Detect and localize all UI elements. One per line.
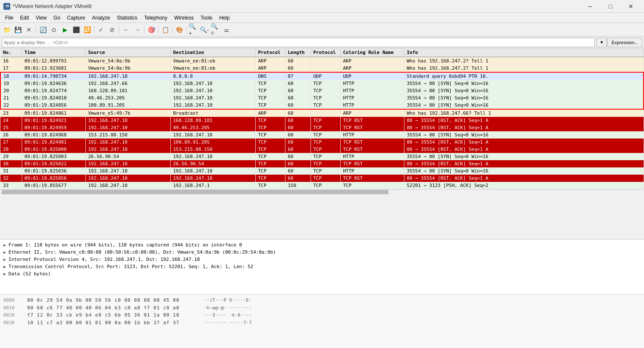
expand-arrow: ▶ xyxy=(3,264,6,269)
save-button[interactable]: 💾 xyxy=(13,25,23,35)
cell-time: 09:01:19.825036 xyxy=(22,167,85,175)
forward-button[interactable]: → xyxy=(132,25,142,35)
menu-item-analyze[interactable]: Analyze xyxy=(89,13,114,23)
cell-protocol: TCP xyxy=(255,117,285,124)
table-row[interactable]: 2309:01:19.824861Vmware_e5:49:7bBroadcas… xyxy=(0,109,644,117)
maximize-button[interactable]: □ xyxy=(601,0,620,13)
cell-source: 153.215.88.150 xyxy=(85,131,170,139)
filter-input[interactable] xyxy=(2,38,595,47)
detail-item[interactable]: ▶Transmission Control Protocol, Src Port… xyxy=(0,263,644,270)
cell-dest: Vmware_ee:81:eb xyxy=(170,65,255,72)
table-row[interactable]: 2409:01:19.824921192.168.247.10160.128.8… xyxy=(0,117,644,124)
cell-coloring-rule: TCP RST xyxy=(340,160,404,167)
reload-button[interactable]: 🔄 xyxy=(38,25,48,35)
cell-dest: 192.168.247.10 xyxy=(170,80,255,87)
menu-item-tools[interactable]: Tools xyxy=(197,13,216,23)
table-row[interactable]: 2209:01:19.824856100.89.91.205192.168.24… xyxy=(0,102,644,109)
table-row[interactable]: 2909:01:19.82500326.56.90.54192.168.247.… xyxy=(0,153,644,160)
detail-text: Data (52 bytes) xyxy=(8,271,51,277)
cell-info: 80 → 35554 [RST, ACK] Seq=1 A xyxy=(404,124,644,131)
start-capture-button[interactable]: ▶ xyxy=(60,25,70,35)
cell-protocol: TCP xyxy=(255,182,285,189)
header-info[interactable]: Info xyxy=(404,48,644,57)
cell-info: Who has 192.168.247.2? Tell 1 xyxy=(404,57,644,65)
menu-item-edit[interactable]: Edit xyxy=(17,13,32,23)
table-row[interactable]: 3109:01:19.825036192.168.247.18192.168.2… xyxy=(0,167,644,175)
table-row[interactable]: 3009:01:19.825022192.168.247.1026.56.90.… xyxy=(0,160,644,167)
table-row[interactable]: 2709:01:19.824981192.168.247.10100.89.91… xyxy=(0,139,644,146)
table-row[interactable]: 2609:01:19.824968153.215.88.150192.168.2… xyxy=(0,131,644,139)
table-row[interactable]: 3209:01:19.825056192.168.247.10192.168.2… xyxy=(0,175,644,182)
table-row[interactable]: 2509:01:19.824959192.168.247.1049.46.253… xyxy=(0,124,644,131)
menu-bar: FileEditViewGoCaptureAnalyzeStatisticsTe… xyxy=(0,13,644,23)
menu-item-telephony[interactable]: Telephony xyxy=(141,13,171,23)
table-row[interactable]: 2109:01:19.82481049.46.253.205192.168.24… xyxy=(0,94,644,102)
cell-protocol: TCP xyxy=(255,87,285,94)
cell-dest: 192.168.247.10 xyxy=(170,102,255,109)
cell-no: 23 xyxy=(0,109,22,117)
capture-options-button[interactable]: ⊙ xyxy=(49,25,59,35)
separator-5 xyxy=(158,25,158,34)
resize-columns-button[interactable]: ⚌ xyxy=(221,25,232,35)
menu-item-statistics[interactable]: Statistics xyxy=(113,13,141,23)
header-source[interactable]: Source xyxy=(85,48,170,57)
header-coloring-rule[interactable]: Coloring Rule Name xyxy=(340,48,404,57)
cell-info: 80 → 35554 [RST, ACK] Seq=1 A xyxy=(404,146,644,153)
expression-button[interactable]: Expression... xyxy=(607,38,642,47)
restart-capture-button[interactable]: 🔁 xyxy=(82,25,92,35)
separator-4 xyxy=(144,25,144,34)
back-button[interactable]: ← xyxy=(121,25,131,35)
close-button[interactable]: ✕ xyxy=(621,0,641,13)
menu-item-go[interactable]: Go xyxy=(50,13,64,23)
menu-item-wireless[interactable]: Wireless xyxy=(171,13,197,23)
ignore-packet-button[interactable]: ⊘ xyxy=(107,25,117,35)
table-row[interactable]: 1709:01:13.923681Vmware_54:0a:9bVmware_e… xyxy=(0,65,644,72)
header-time[interactable]: Time xyxy=(22,48,85,57)
header-protocol2[interactable]: Protocol xyxy=(311,48,340,57)
cell-source: 192.168.247.10 xyxy=(85,146,170,153)
detail-item[interactable]: ▶Frame 1: 118 bytes on wire (944 bits), … xyxy=(0,241,644,249)
minimize-button[interactable]: ─ xyxy=(580,0,600,13)
stop-capture-button[interactable]: ⬛ xyxy=(71,25,81,35)
open-button[interactable]: 📁 xyxy=(2,25,12,35)
filter-dropdown[interactable]: ▼ xyxy=(596,38,607,47)
cell-length: 60 xyxy=(285,65,311,72)
menu-item-help[interactable]: Help xyxy=(216,13,233,23)
hex-ascii: ········ ·····7·7 xyxy=(204,319,252,327)
zoom-out-button[interactable]: 🔍- xyxy=(199,25,209,35)
color-conversation-button[interactable]: 🎨 xyxy=(174,25,184,35)
table-row[interactable]: 2009:01:19.824774160.128.89.181192.168.2… xyxy=(0,87,644,94)
header-no[interactable]: No. xyxy=(0,48,22,57)
zoom-reset-button[interactable]: 🔍= xyxy=(210,25,220,35)
jump-to-packet-button[interactable]: 🎯 xyxy=(146,25,156,35)
table-row[interactable]: 3309:01:19.855677192.168.247.18192.168.2… xyxy=(0,182,644,189)
header-length[interactable]: Length xyxy=(285,48,311,57)
table-row[interactable]: 1909:01:19.824636192.168.247.66192.168.2… xyxy=(0,80,644,87)
cell-time: 09:01:19.855677 xyxy=(22,182,85,189)
cell-dest: 192.168.247.10 xyxy=(170,87,255,94)
menu-item-file[interactable]: File xyxy=(2,13,17,23)
header-protocol[interactable]: Protocol xyxy=(255,48,285,57)
table-row[interactable]: 1809:01:14.790734192.168.247.188.8.8.8DN… xyxy=(0,72,644,80)
mark-packet-button[interactable]: ✓ xyxy=(96,25,106,35)
detail-text: Frame 1: 118 bytes on wire (944 bits), 1… xyxy=(8,242,242,248)
table-row[interactable]: 1609:01:12.899791Vmware_54:0a:9bVmware_e… xyxy=(0,57,644,65)
details-panel: ▶Frame 1: 118 bytes on wire (944 bits), … xyxy=(0,240,644,295)
detail-item[interactable]: ▶Ethernet II, Src: Vmware_c0:00:08 (00:5… xyxy=(0,249,644,256)
menu-item-view[interactable]: View xyxy=(32,13,50,23)
cell-info: 35554 → 80 [SYN] Seq=0 Win=16 xyxy=(404,80,644,87)
zoom-in-button[interactable]: 🔍+ xyxy=(188,25,198,35)
table-row[interactable]: 2809:01:19.825000192.168.247.10153.215.8… xyxy=(0,146,644,153)
cell-source: 192.168.247.10 xyxy=(85,160,170,167)
cell-source: 192.168.247.10 xyxy=(85,124,170,131)
menu-item-capture[interactable]: Capture xyxy=(64,13,89,23)
filter-by-conversation-button[interactable]: 📋 xyxy=(160,25,170,35)
detail-item[interactable]: ▶Data (52 bytes) xyxy=(0,270,644,277)
cell-length: 60 xyxy=(285,80,311,87)
detail-item[interactable]: ▶Internet Protocol Version 4, Src: 192.1… xyxy=(0,256,644,263)
header-dest[interactable]: Destination xyxy=(170,48,255,57)
cell-source: 192.168.247.10 xyxy=(85,117,170,124)
cell-protocol: TCP xyxy=(255,175,285,182)
close-file-button[interactable]: ✕ xyxy=(24,25,34,35)
cell-source: Vmware_54:0a:9b xyxy=(85,57,170,65)
